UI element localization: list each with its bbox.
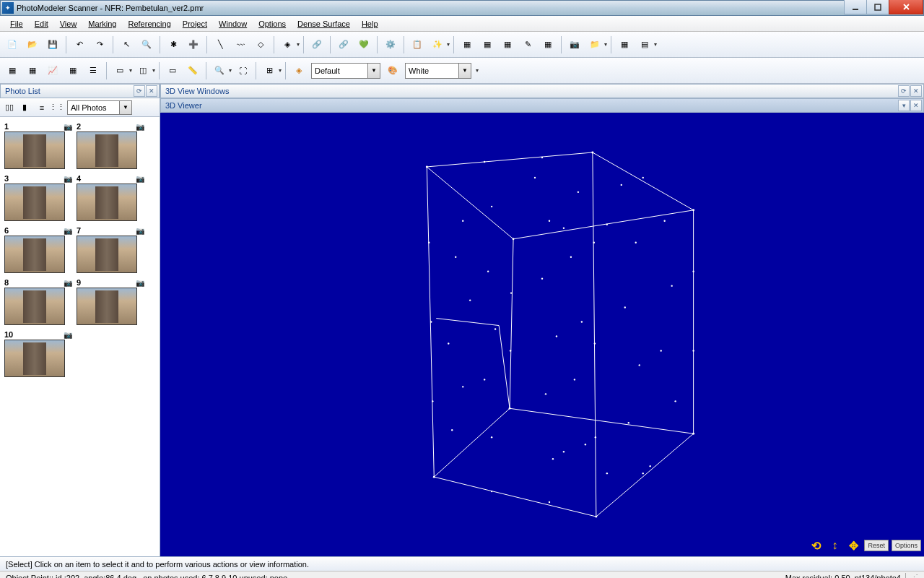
grid1-icon[interactable]: ▦ [458,35,476,54]
menu-file[interactable]: File [4,17,29,30]
svg-point-11 [513,238,515,240]
close-panel-icon[interactable]: ✕ [910,85,922,97]
redo-icon[interactable]: ↷ [90,35,109,54]
zoom-extents-icon[interactable]: ⛶ [233,61,252,80]
ruler-icon[interactable]: 📏 [183,61,202,80]
menu-help[interactable]: Help [356,17,384,30]
menu-project[interactable]: Project [177,17,213,30]
svg-point-10 [692,209,694,211]
line-tool-icon[interactable]: ╲ [211,35,230,54]
svg-point-61 [563,228,565,229]
surface-tool-icon[interactable]: ◈ [278,35,297,54]
select-icon[interactable]: ↖ [117,35,136,54]
detail-icon[interactable]: ⋮⋮ [51,101,64,114]
menu-referencing[interactable]: Referencing [122,17,176,30]
thumbs-small-icon[interactable]: ▯▯ [3,101,16,114]
reset-view-button[interactable]: Reset [864,540,889,551]
dsm1-icon[interactable]: ▦ [615,35,634,54]
rotate-icon[interactable]: ⟲ [808,538,824,553]
thumb-item[interactable]: 4📷 [77,173,144,221]
menu-window[interactable]: Window [213,17,253,30]
3d-viewport[interactable]: ⟲ ↕ ✥ Reset Options [160,113,924,556]
chevron-down-icon[interactable]: ▼ [458,64,471,78]
link-icon[interactable]: 🔗 [334,35,353,54]
add-point-icon[interactable]: ➕ [184,35,203,54]
svg-line-5 [593,152,596,517]
minimize-button[interactable] [844,0,867,14]
svg-point-45 [671,285,672,286]
save-icon[interactable]: 💾 [43,35,62,54]
pin-icon[interactable]: ⟳ [134,85,145,97]
thumbs-large-icon[interactable]: ▮ [18,101,31,114]
grid2-icon[interactable]: ▦ [478,35,497,54]
chevron-down-icon[interactable]: ▼ [119,101,131,114]
view-points-icon[interactable]: ▦ [64,61,82,80]
shape-tool-icon[interactable]: ◇ [251,35,270,54]
view-chart-icon[interactable]: 📈 [43,61,62,80]
thumb-item[interactable]: 8📷 [4,277,72,325]
view-grid-icon[interactable]: ▦ [3,61,22,80]
menu-view[interactable]: View [54,17,83,30]
thumb-item[interactable]: 1📷 [4,121,72,169]
report-icon[interactable]: ✨ [428,35,447,54]
thumb-item[interactable]: 10📷 [4,329,72,377]
menu-marking[interactable]: Marking [82,17,122,30]
svg-marker-3 [434,408,693,517]
zoom-icon[interactable]: 🔍 [210,61,229,80]
svg-point-23 [487,270,489,272]
thumb-item[interactable]: 2📷 [77,121,144,169]
audit-icon[interactable]: 📋 [408,35,427,54]
grid4-icon[interactable]: ▦ [539,35,557,54]
view-list-icon[interactable]: ☰ [84,61,103,80]
thumb-item[interactable]: 3📷 [4,173,72,221]
svg-point-19 [448,342,449,344]
unlink-icon[interactable]: 💚 [354,35,373,54]
maximize-button[interactable] [866,0,889,14]
view-options-button[interactable]: Options [892,540,921,551]
palette-icon[interactable]: 🎨 [383,61,402,80]
svg-point-39 [635,242,637,243]
window-layout-icon[interactable]: ▭ [110,61,129,80]
table-icon[interactable]: ⊞ [260,61,279,80]
close-tab-icon[interactable]: ✕ [910,100,922,111]
status-bar-hint: [Select] Click on an item to select it a… [0,556,924,571]
undo-icon[interactable]: ↶ [70,35,89,54]
thumb-item[interactable]: 7📷 [77,225,144,273]
process-icon[interactable]: ⚙️ [381,35,400,54]
svg-point-46 [660,350,661,351]
svg-point-36 [574,379,575,380]
svg-point-20 [462,386,463,387]
folder-icon[interactable]: 📁 [585,35,604,54]
edit-grid-icon[interactable]: ✎ [518,35,537,54]
layer-combo[interactable]: Default ▼ [311,63,380,79]
camera-icon: 📷 [64,175,72,183]
reference-icon[interactable]: 🔗 [308,35,326,54]
curve-tool-icon[interactable]: 〰 [231,35,250,54]
thumb-item[interactable]: 9📷 [77,277,144,325]
target-icon[interactable]: ✱ [164,35,183,54]
dsm2-icon[interactable]: ▤ [635,35,654,54]
menu-drop-icon[interactable]: ▾ [898,100,910,111]
refresh-icon[interactable]: ⟳ [898,85,910,97]
close-button[interactable] [889,0,923,14]
photo-filter-combo[interactable]: All Photos ▼ [67,100,132,115]
cascade-icon[interactable]: ◫ [134,61,152,80]
grid3-icon[interactable]: ▦ [498,35,517,54]
color-combo[interactable]: White ▼ [405,63,471,79]
open-icon[interactable]: 📂 [23,35,42,54]
new-icon[interactable]: 📄 [3,35,22,54]
zoom-select-icon[interactable]: 🔍 [137,35,156,54]
panel-icon[interactable]: ▭ [163,61,182,80]
list-icon[interactable]: ≡ [35,101,48,114]
layer-icon[interactable]: ◈ [289,61,308,80]
menu-dense-surface[interactable]: Dense Surface [292,17,356,30]
pan-v-icon[interactable]: ↕ [827,538,842,553]
menu-edit[interactable]: Edit [29,17,54,30]
view-axes-icon[interactable]: ▦ [23,61,42,80]
camera-icon[interactable]: 📷 [565,35,584,54]
menu-options[interactable]: Options [253,17,292,30]
pan-icon[interactable]: ✥ [845,538,861,553]
chevron-down-icon[interactable]: ▼ [367,64,380,78]
close-panel-icon[interactable]: ✕ [146,85,157,97]
thumb-item[interactable]: 6📷 [4,225,72,273]
